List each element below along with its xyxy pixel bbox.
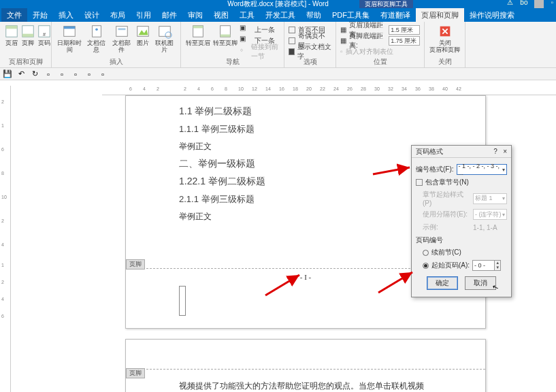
tab-review[interactable]: 审阅 (182, 8, 208, 22)
continue-radio[interactable] (423, 250, 429, 256)
body-text: 视频提供了功能强大的方法帮助您证明您的观点。当您单击联机视频时，可 (179, 380, 432, 392)
tab-home[interactable]: 开始 (27, 8, 53, 22)
redo-icon[interactable]: ↻ (30, 69, 39, 79)
link-icon: ⬨ (240, 46, 248, 58)
link-prev-button: ⬨链接到前一节 (240, 46, 280, 56)
spin-up-icon[interactable]: ▲ (495, 261, 500, 265)
tab-layout[interactable]: 布局 (105, 8, 131, 22)
separator-select: - (连字符) (473, 209, 507, 220)
svg-rect-10 (116, 27, 128, 37)
tab-ref[interactable]: 引用 (131, 8, 157, 22)
example-value: 1-1, 1-A (473, 224, 507, 231)
close-x-icon (438, 24, 453, 39)
include-chapter-label: 包含章节号(N) (425, 178, 469, 187)
help-button[interactable]: ? (493, 148, 497, 155)
picture-icon (135, 24, 150, 39)
text-cursor-box (179, 286, 186, 316)
svg-rect-1 (6, 26, 18, 29)
ok-button[interactable]: 确定 (427, 276, 458, 290)
cancel-button[interactable]: 取消 (465, 276, 496, 290)
footer-tag: 页脚 (126, 259, 145, 270)
footer-icon (20, 24, 35, 39)
tab-file[interactable]: 文件 (1, 8, 27, 22)
tab-tools[interactable]: 工具 (234, 8, 260, 22)
tab-help[interactable]: 帮助 (301, 8, 327, 22)
aligntab-icon: ▫ (340, 48, 343, 55)
body-text: 举例正文 (179, 211, 432, 223)
checkbox-icon (289, 37, 295, 44)
tab-header-footer[interactable]: 页眉和页脚 (416, 8, 464, 22)
svg-rect-14 (159, 27, 170, 37)
undo-icon[interactable]: ↶ (16, 69, 26, 79)
ribbon: 页眉 页脚 #页码 页眉和页脚 日期和时间 文档信息 文档部件 图片 联机图片 … (0, 22, 556, 68)
pagenum-icon: # (37, 24, 52, 39)
checkbox-icon (289, 48, 295, 55)
window-controls-icon[interactable]: ▫ (551, 0, 553, 8)
context-tab: 页眉和页脚工具 (359, 0, 413, 8)
quick-access-toolbar: 💾 ↶ ↻ ▫ ▫ ▫ ▫ ▫ (0, 68, 556, 80)
avatar[interactable] (534, 0, 544, 8)
topdist-icon: ▦ (340, 26, 346, 33)
svg-rect-3 (22, 34, 34, 37)
tab-insert[interactable]: 插入 (53, 8, 79, 22)
tab-mail[interactable]: 邮件 (157, 8, 182, 22)
svg-point-9 (95, 28, 98, 31)
spin-down-icon[interactable]: ▼ (495, 265, 500, 270)
document-page-2[interactable]: 页脚 视频提供了功能强大的方法帮助您证明您的观点。当您单击联机视频时，可 (125, 339, 486, 392)
chapter-style-label: 章节起始样式(P) (423, 190, 470, 207)
group-label-hf: 页眉和页脚 (0, 57, 51, 67)
page-numbering-group: 页码编号 (416, 235, 507, 245)
dialog-title: 页码格式 (416, 147, 443, 157)
onlinepic-icon (157, 24, 172, 39)
page-number-format-dialog: 页码格式 ? × 编号格式(F): - 1 -, - 2 -, - 3 -, .… (411, 145, 512, 297)
qat-icon[interactable]: ▫ (71, 69, 80, 79)
show-text-check[interactable]: 显示文档文字 (289, 46, 331, 56)
number-format-select[interactable]: - 1 -, - 2 -, - 3 -, ... (457, 164, 507, 175)
start-at-radio[interactable] (423, 263, 429, 269)
docinfo-icon (89, 24, 104, 39)
warning-icon: ⚠ (507, 0, 513, 8)
number-format-label: 编号格式(F): (416, 165, 454, 174)
qat-icon[interactable]: ▫ (98, 69, 108, 79)
group-label-close: 关闭 (425, 57, 465, 67)
heading-1: 二、举例一级标题 (179, 158, 432, 170)
chapter-style-select: 标题 1 (473, 193, 507, 204)
include-chapter-checkbox[interactable] (416, 179, 423, 186)
heading-2: 1.22.1 举例二级标题 (179, 176, 432, 188)
align-tab-button: ▫插入对齐制表位 (340, 46, 420, 56)
group-label-pos: 位置 (336, 57, 424, 67)
svg-rect-8 (92, 26, 101, 37)
svg-rect-7 (64, 27, 76, 29)
save-icon[interactable]: 💾 (3, 69, 12, 79)
docparts-icon (114, 24, 129, 39)
botdist-icon: ▦ (340, 37, 346, 44)
tab-dev[interactable]: 开发工具 (260, 8, 301, 22)
footer-bot-dist[interactable]: ▦页脚底端距离:1.75 厘米 (340, 35, 420, 46)
heading-2: 1.1 举例二级标题 (179, 105, 432, 118)
body-text: 举例正文 (179, 141, 432, 152)
tab-view[interactable]: 视图 (208, 8, 234, 22)
svg-rect-11 (118, 28, 125, 30)
qat-icon[interactable]: ▫ (84, 69, 94, 79)
footer-tag: 页脚 (126, 368, 145, 378)
header-area[interactable]: 页脚 (126, 340, 485, 370)
window-title: Word教程.docx [兼容模式] - Word (227, 0, 329, 9)
start-at-label: 起始页码(A): (431, 261, 470, 270)
checkbox-icon (289, 27, 295, 33)
close-button[interactable]: × (503, 148, 507, 155)
horizontal-ruler: 6422468101214161820222426283032343638404… (102, 86, 556, 95)
svg-rect-17 (193, 26, 203, 29)
heading-3: 2.1.1 举例三级标题 (179, 193, 432, 206)
example-label: 示例: (423, 223, 470, 232)
header-icon (4, 24, 19, 39)
prev-button[interactable]: ▣上一条 (240, 24, 280, 35)
group-label-nav: 导航 (181, 57, 284, 67)
ribbon-tabs: 文件 开始 插入 设计 布局 引用 邮件 审阅 视图 工具 开发工具 帮助 PD… (0, 8, 556, 22)
group-label-opt: 选项 (284, 57, 336, 67)
tab-search[interactable]: 操作说明搜索 (464, 8, 520, 22)
tab-design[interactable]: 设计 (79, 8, 105, 22)
qat-icon[interactable]: ▫ (57, 69, 67, 79)
start-at-spinner[interactable]: - 0 - ▲▼ (472, 260, 501, 271)
goto-footer-icon (218, 24, 233, 39)
qat-icon[interactable]: ▫ (44, 69, 53, 79)
